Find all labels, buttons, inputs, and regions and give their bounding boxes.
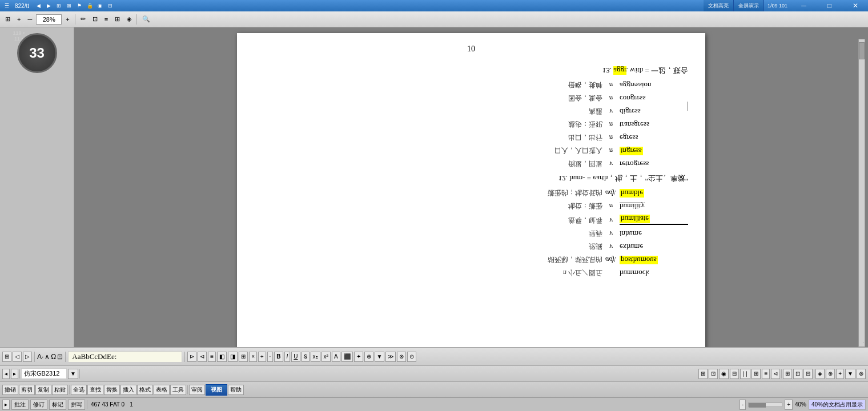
font-dropdown-btn[interactable]: ▼ (68, 369, 78, 379)
more-btn-3[interactable]: · (267, 352, 274, 362)
status-expand-btn[interactable]: ▸ (2, 400, 10, 410)
more-1[interactable]: ▼ (375, 352, 385, 362)
toolbar-icon-7[interactable]: ◉ (95, 1, 105, 10)
close-btn[interactable]: ✕ (842, 0, 868, 14)
sep-8 (781, 369, 782, 378)
para-btn-5[interactable]: ∣∣ (740, 369, 750, 379)
menu-undo[interactable]: 撤销 (2, 385, 18, 395)
menu-tool[interactable]: 工具 (170, 385, 186, 395)
status-mark: 标记 (49, 400, 66, 410)
menu-format[interactable]: 格式 (137, 385, 153, 395)
super-btn[interactable]: x² (322, 352, 331, 362)
toolbar-icon-4[interactable]: ⊠ (65, 1, 74, 10)
more-btn-2[interactable]: ÷ (258, 352, 266, 362)
crop-btn[interactable]: ⊡ (90, 13, 101, 26)
word-english-5: humility (620, 201, 688, 211)
page-nav-circle[interactable]: 33 119 • 11 • (17, 33, 57, 73)
scrollbar-track[interactable]: · (858, 39, 865, 347)
word-chinese-1: 胡死勒，胡死后的 (254, 255, 602, 264)
more-2[interactable]: ≫ (385, 352, 396, 362)
menu-replace[interactable]: 替换 (104, 385, 120, 395)
align-r-btn[interactable]: ⊞ (239, 352, 248, 362)
edit-btn[interactable]: ✏ (78, 13, 89, 26)
underline-btn[interactable]: U (291, 352, 300, 362)
menu-review[interactable]: 审阅 (189, 385, 205, 395)
misc-btn-2[interactable]: ⊕ (826, 369, 835, 379)
document-page[interactable]: 10 n 小丘／圆丘 hummock 胡死勒，胡死后的 adj. posthum… (237, 33, 705, 347)
scrollbar-thumb[interactable] (859, 42, 865, 59)
color-btn[interactable]: A (332, 352, 340, 362)
menu-find[interactable]: 查找 (87, 385, 103, 395)
menu-paste[interactable]: 粘贴 (52, 385, 68, 395)
format-btn-3[interactable]: ▷ (23, 352, 32, 362)
tb2-btn-2[interactable]: ▸ (11, 369, 18, 379)
bold-btn[interactable]: B (274, 352, 283, 362)
para-btn-7[interactable]: ≡ (762, 369, 770, 379)
outdent-btn[interactable]: ⊲ (198, 352, 207, 362)
toolbar-icon-6[interactable]: 🔒 (85, 1, 94, 10)
para-btn-3[interactable]: ◉ (719, 369, 729, 379)
menu-table[interactable]: 表格 (154, 385, 170, 395)
tb2-btn-1[interactable]: ◂ (2, 369, 10, 379)
list-btn[interactable]: ≡ (208, 352, 216, 362)
more-3[interactable]: ⊗ (397, 352, 406, 362)
format-btn-1[interactable]: ⊞ (2, 352, 11, 362)
highlight-btn[interactable]: 文档高亮 (704, 0, 734, 11)
toolbar-icon-8[interactable]: ⊟ (106, 1, 115, 10)
zoom-minus[interactable]: - (740, 400, 746, 410)
menu-help[interactable]: 帮助 (228, 385, 244, 395)
nav-expand-btn[interactable]: ⊞ (2, 13, 13, 26)
italic-btn[interactable]: I (284, 352, 291, 362)
para-btn-4[interactable]: ⊟ (730, 369, 739, 379)
menu-full[interactable]: 全选 (71, 385, 87, 395)
zoom-in-btn[interactable]: + (63, 13, 72, 26)
view-btn-2[interactable]: ⊡ (793, 369, 802, 379)
align-c-btn[interactable]: ◨ (228, 352, 238, 362)
menu-insert[interactable]: 插入 (120, 385, 136, 395)
zoom-slider[interactable] (748, 402, 782, 407)
sub-btn[interactable]: x₂ (311, 352, 320, 362)
minimize-btn[interactable]: ─ (791, 0, 817, 14)
toolbar-icon-5[interactable]: ⚑ (75, 1, 84, 10)
indent-btn[interactable]: ⊳ (187, 352, 196, 362)
para-btn-1[interactable]: ⊞ (698, 369, 708, 379)
toolbar-icon-3[interactable]: ⊞ (54, 1, 63, 10)
menu-icon[interactable]: ☰ (2, 1, 11, 10)
strikethrough-btn[interactable]: S̶ (302, 352, 310, 362)
menu-view-active[interactable]: 视图 (206, 384, 227, 396)
zoom-plus[interactable]: + (785, 400, 793, 410)
toolbar-icon-1[interactable]: ◀ (34, 1, 43, 10)
misc-btn-3[interactable]: + (836, 369, 844, 379)
para-btn-6[interactable]: ⊞ (752, 369, 761, 379)
font-name-input[interactable]: 仿宋GB2312 (21, 368, 67, 379)
zoom-out-btn[interactable]: ─ (25, 13, 35, 26)
chart-btn[interactable]: ◈ (124, 13, 134, 26)
align-btn[interactable]: ≡ (102, 13, 111, 26)
more-4[interactable]: ⊙ (407, 352, 416, 362)
spell-btn[interactable]: ⊕ (364, 352, 373, 362)
table-btn[interactable]: ⊞ (112, 13, 123, 26)
fullscreen-btn[interactable]: 全屏演示 (734, 0, 764, 11)
menu-cut[interactable]: 剪切 (19, 385, 35, 395)
nav-btn[interactable]: + (14, 13, 23, 26)
toolbar-icon-2[interactable]: ▶ (44, 1, 53, 10)
misc-btn-5[interactable]: ⊗ (857, 369, 866, 379)
view-btn-1[interactable]: ⊞ (783, 369, 792, 379)
format-btn-2[interactable]: ◁ (13, 352, 22, 362)
word-pos-10: n (602, 119, 620, 129)
maximize-btn[interactable]: □ (817, 0, 842, 14)
zoom-input[interactable]: 28% (36, 14, 62, 25)
para-btn-8[interactable]: ⊲ (771, 369, 780, 379)
clear-btn[interactable]: ✦ (354, 352, 363, 362)
view-btn-3[interactable]: ⊟ (803, 369, 813, 379)
more-btn-1[interactable]: × (249, 352, 257, 362)
highlight-btn-2[interactable]: ⬛ (341, 352, 353, 362)
align-l-btn[interactable]: ◧ (217, 352, 227, 362)
sep-9 (814, 369, 814, 378)
search-btn[interactable]: 🔍 (139, 13, 153, 26)
para-btn-2[interactable]: ⊡ (709, 369, 718, 379)
menu-copy[interactable]: 复制 (35, 385, 51, 395)
misc-btn-1[interactable]: ◈ (815, 369, 825, 379)
misc-btn-4[interactable]: ▼ (845, 369, 855, 379)
word-english-4: humiliate (620, 214, 688, 225)
